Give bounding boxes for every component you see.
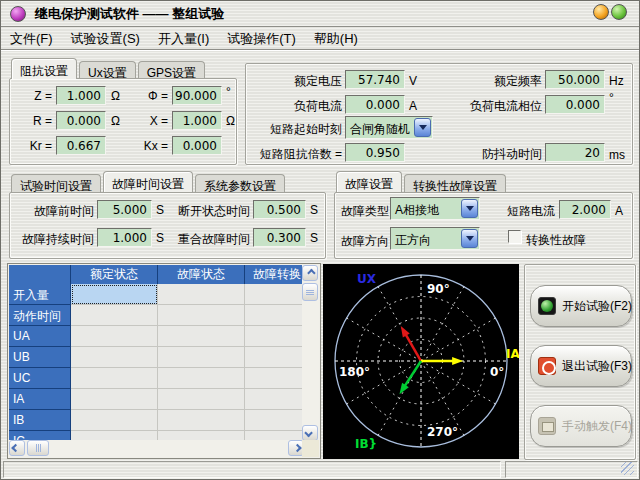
start-test-button[interactable]: 开始试验(F2) xyxy=(530,285,632,327)
rated-freq-field[interactable]: 50.000 xyxy=(545,70,605,89)
tab-convert-fault-settings[interactable]: 转换性故障设置 xyxy=(404,174,506,192)
tab-test-time-settings[interactable]: 试验时间设置 xyxy=(11,174,101,192)
tab-impedance-settings[interactable]: 阻抗设置 xyxy=(11,58,77,79)
table-cell[interactable] xyxy=(158,389,245,410)
table-row-header[interactable]: 动作时间 xyxy=(9,305,71,326)
scroll-up-button[interactable] xyxy=(302,265,318,281)
open-state-time-label: 断开状态时间 xyxy=(166,203,250,220)
vertical-scroll-thumb[interactable] xyxy=(302,283,318,301)
menu-help[interactable]: 帮助(H) xyxy=(305,28,367,50)
start-test-label: 开始试验(F2) xyxy=(562,298,632,315)
sc-start-combo[interactable]: 合闸角随机 xyxy=(345,116,433,139)
fault-type-combo[interactable]: A相接地 xyxy=(390,197,480,220)
table-cell[interactable] xyxy=(71,326,158,347)
table-cell[interactable] xyxy=(245,347,304,368)
phasor-vector-arrowhead xyxy=(401,326,410,338)
column-header-fault-state: 故障状态 xyxy=(158,265,245,284)
table-row-header[interactable]: IB xyxy=(9,410,71,431)
impedance-panel: Z = 1.000 Ω Φ = 90.000 ° R = 0.000 Ω X =… xyxy=(9,78,237,165)
table-cell[interactable] xyxy=(158,326,245,347)
table-cell[interactable] xyxy=(245,368,304,389)
title-bar: 继电保护测试软件 —— 整组试验 xyxy=(1,1,639,27)
table-cell[interactable] xyxy=(245,410,304,431)
table-cell[interactable] xyxy=(158,347,245,368)
phi-field[interactable]: 90.000 xyxy=(172,86,222,105)
prefault-time-field[interactable]: 5.000 xyxy=(97,200,152,219)
table-cell[interactable] xyxy=(71,410,158,431)
sc-current-field[interactable]: 2.000 xyxy=(559,200,611,219)
table-row-header[interactable]: UB xyxy=(9,347,71,368)
phi-label: Φ = xyxy=(126,89,168,103)
label-90deg: 90° xyxy=(427,282,450,296)
debounce-field[interactable]: 20 xyxy=(545,143,605,162)
load-phase-field[interactable]: 0.000 xyxy=(545,95,605,114)
table-row-header[interactable]: UA xyxy=(9,326,71,347)
table-cell[interactable] xyxy=(158,284,245,305)
load-current-field[interactable]: 0.000 xyxy=(345,95,405,114)
chevron-down-icon[interactable] xyxy=(414,118,431,137)
fault-direction-label: 故障方向 xyxy=(341,233,389,250)
menu-test-operation[interactable]: 试验操作(T) xyxy=(218,28,305,50)
sc-impedance-ratio-field[interactable]: 0.950 xyxy=(345,143,405,162)
resize-grip[interactable] xyxy=(621,462,634,475)
load-phase-unit: ° xyxy=(609,91,614,105)
convert-fault-checkbox-label: 转换性故障 xyxy=(526,232,586,249)
z-unit: Ω xyxy=(111,89,120,103)
minimize-button[interactable] xyxy=(593,4,609,20)
x-field[interactable]: 1.000 xyxy=(172,111,222,130)
table-row-header[interactable]: 开入量 xyxy=(9,284,71,305)
exit-test-button[interactable]: 退出试验(F3) xyxy=(530,345,632,387)
table-cell[interactable] xyxy=(71,347,158,368)
convert-fault-checkbox[interactable] xyxy=(508,230,521,243)
selected-table-cell[interactable] xyxy=(71,284,158,305)
table-cell[interactable] xyxy=(158,410,245,431)
exit-icon xyxy=(538,357,556,375)
tab-gps-settings[interactable]: GPS设置 xyxy=(138,61,205,79)
fault-direction-combo[interactable]: 正方向 xyxy=(390,227,480,250)
label-ux: UX xyxy=(357,272,377,286)
tab-system-param-settings[interactable]: 系统参数设置 xyxy=(195,174,285,192)
table-cell[interactable] xyxy=(245,305,304,326)
kx-field[interactable]: 0.000 xyxy=(172,136,222,155)
r-field[interactable]: 0.000 xyxy=(56,111,106,130)
menu-file[interactable]: 文件(F) xyxy=(1,28,62,50)
table-row-header[interactable]: IA xyxy=(9,389,71,410)
fault-duration-field[interactable]: 1.000 xyxy=(97,228,152,247)
menu-test-settings[interactable]: 试验设置(S) xyxy=(62,28,149,50)
kr-field[interactable]: 0.667 xyxy=(56,136,106,155)
tab-fault-time-settings[interactable]: 故障时间设置 xyxy=(103,171,193,192)
rated-freq-unit: Hz xyxy=(609,74,624,88)
prefault-time-unit: S xyxy=(156,203,164,217)
table-cell[interactable] xyxy=(71,368,158,389)
vertical-scrollbar[interactable] xyxy=(302,265,319,441)
table-cell[interactable] xyxy=(245,389,304,410)
fault-duration-label: 故障持续时间 xyxy=(12,231,94,248)
table-cell[interactable] xyxy=(158,368,245,389)
reclose-fault-time-field[interactable]: 0.300 xyxy=(253,228,306,247)
scroll-left-button[interactable] xyxy=(9,440,25,456)
open-state-time-unit: S xyxy=(310,203,318,217)
z-field[interactable]: 1.000 xyxy=(56,86,106,105)
kx-label: Kx = xyxy=(126,139,168,153)
tab-fault-settings[interactable]: 故障设置 xyxy=(336,171,402,192)
table-cell[interactable] xyxy=(71,305,158,326)
label-270deg: 270° xyxy=(427,425,458,439)
status-bar-left xyxy=(3,461,501,478)
menu-input[interactable]: 开入量(I) xyxy=(149,28,218,50)
fault-tabs: 故障设置 转换性故障设置 xyxy=(336,171,508,192)
chevron-down-icon[interactable] xyxy=(461,229,478,248)
horizontal-scrollbar[interactable] xyxy=(9,440,304,457)
table-cell[interactable] xyxy=(158,305,245,326)
close-button[interactable] xyxy=(611,4,627,20)
horizontal-scroll-thumb[interactable] xyxy=(27,440,49,456)
table-cell[interactable] xyxy=(245,326,304,347)
open-state-time-field[interactable]: 0.500 xyxy=(253,200,306,219)
tab-ux-settings[interactable]: Ux设置 xyxy=(79,61,136,79)
rated-voltage-field[interactable]: 57.740 xyxy=(345,70,405,89)
table-cell[interactable] xyxy=(245,284,304,305)
chevron-down-icon[interactable] xyxy=(461,199,478,218)
table-row-header[interactable]: UC xyxy=(9,368,71,389)
table-cell[interactable] xyxy=(71,389,158,410)
scroll-down-button[interactable] xyxy=(302,425,318,441)
label-180deg: 180° xyxy=(339,365,370,379)
